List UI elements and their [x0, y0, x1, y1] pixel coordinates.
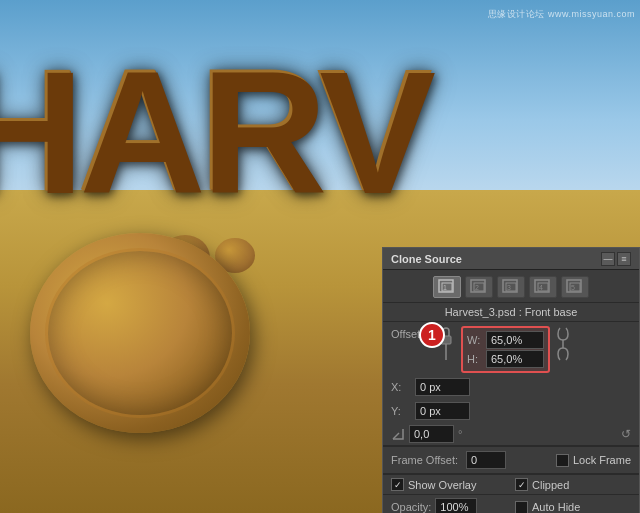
angle-icon — [391, 427, 405, 441]
auto-hide-group: Auto Hide — [515, 501, 631, 514]
panel-title: Clone Source — [391, 253, 462, 265]
show-overlay-label: Show Overlay — [408, 479, 476, 491]
chain-link-area — [556, 326, 570, 362]
clone-icons-row: 1 2 3 4 5 — [383, 270, 639, 303]
height-label: H: — [467, 353, 483, 365]
clone-source-panel: Clone Source — ≡ 1 2 3 4 5 Harvest_3.psd… — [382, 247, 640, 513]
lock-frame-checkbox[interactable] — [556, 454, 569, 467]
clone-source-2-btn[interactable]: 2 — [465, 276, 493, 298]
show-overlay-group: Show Overlay — [391, 478, 507, 491]
show-overlay-checkbox[interactable] — [391, 478, 404, 491]
x-offset-row: X: — [383, 375, 639, 399]
svg-text:4: 4 — [539, 284, 543, 291]
y-offset-row: Y: — [383, 399, 639, 423]
svg-text:2: 2 — [475, 284, 479, 291]
clone-source-3-btn[interactable]: 3 — [497, 276, 525, 298]
harv-letters: HARV — [0, 30, 429, 231]
width-label: W: — [467, 334, 483, 346]
clone-source-4-btn[interactable]: 4 — [529, 276, 557, 298]
wh-highlighted-section: W: H: — [461, 326, 550, 373]
clone-source-5-btn[interactable]: 5 — [561, 276, 589, 298]
panel-menu-btn[interactable]: ≡ — [617, 252, 631, 266]
overlay-clipped-row: Show Overlay Clipped — [383, 475, 639, 495]
harv-text-area: HARV — [0, 15, 385, 245]
height-input[interactable] — [486, 350, 544, 368]
auto-hide-checkbox[interactable] — [515, 501, 528, 514]
y-label: Y: — [391, 405, 411, 417]
x-input[interactable] — [415, 378, 470, 396]
panel-collapse-btn[interactable]: — — [601, 252, 615, 266]
lock-frame-label: Lock Frame — [573, 454, 631, 466]
reset-icon[interactable]: ↺ — [621, 427, 631, 441]
clipped-label: Clipped — [532, 479, 569, 491]
angle-row: ° ↺ — [383, 423, 639, 446]
y-input[interactable] — [415, 402, 470, 420]
lock-frame-group: Lock Frame — [556, 454, 631, 467]
width-row: W: — [467, 331, 544, 349]
frame-offset-row: Frame Offset: Lock Frame — [383, 447, 639, 474]
step-badge-1: 1 — [419, 322, 445, 348]
opacity-group: Opacity: — [391, 498, 507, 513]
opacity-autohide-row: Opacity: Auto Hide — [383, 495, 639, 513]
width-input[interactable] — [486, 331, 544, 349]
angle-input[interactable] — [409, 425, 454, 443]
opacity-input[interactable] — [435, 498, 477, 513]
clone-source-1-btn[interactable]: 1 — [433, 276, 461, 298]
clipped-group: Clipped — [515, 478, 631, 491]
watermark: 思缘设计论坛 www.missyuan.com — [488, 8, 635, 21]
svg-text:5: 5 — [571, 284, 575, 291]
hay-bale — [30, 233, 250, 433]
svg-text:3: 3 — [507, 284, 511, 291]
frame-offset-label: Frame Offset: — [391, 454, 458, 466]
x-label: X: — [391, 381, 411, 393]
source-label: Harvest_3.psd : Front base — [383, 303, 639, 322]
frame-offset-input[interactable] — [466, 451, 506, 469]
panel-controls: — ≡ — [601, 252, 631, 266]
height-row: H: — [467, 350, 544, 368]
svg-text:1: 1 — [443, 284, 447, 291]
degree-symbol: ° — [458, 428, 462, 440]
panel-header: Clone Source — ≡ — [383, 248, 639, 270]
opacity-label: Opacity: — [391, 501, 431, 513]
auto-hide-label: Auto Hide — [532, 501, 580, 513]
chain-icon — [556, 326, 570, 362]
clipped-checkbox[interactable] — [515, 478, 528, 491]
